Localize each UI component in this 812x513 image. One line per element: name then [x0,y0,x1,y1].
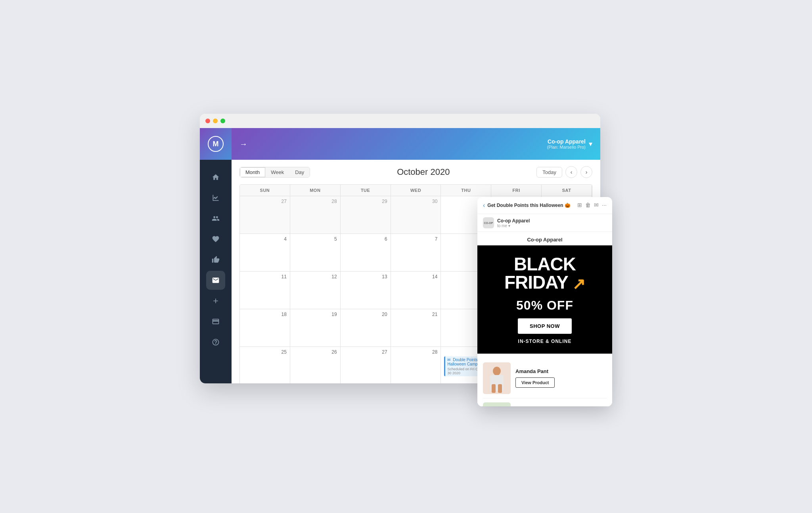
sidebar-item-help[interactable] [206,333,225,352]
traffic-light-close[interactable] [205,119,210,123]
calendar-title: October 2020 [397,167,450,177]
day-number: 14 [394,274,438,279]
email-body: Co-op Apparel BLACK FRIDAY ↗ 50% OFF SHO… [477,232,612,406]
calendar-cell[interactable]: 27 [240,196,290,234]
calendar-cell[interactable]: 4 [240,234,290,272]
calendar-cell[interactable]: 28 [290,196,341,234]
sidebar-item-analytics[interactable] [206,188,225,207]
sidebar-item-campaigns[interactable] [206,250,225,269]
sidebar-item-loyalty[interactable] [206,230,225,249]
email-back-button[interactable]: ‹ [483,202,485,209]
day-number: 5 [293,236,337,242]
svg-rect-3 [492,384,496,393]
calendar-cell[interactable]: 12 [290,272,341,309]
expand-icon[interactable]: ⊞ [577,202,582,208]
next-month-button[interactable]: › [580,166,592,178]
browser-titlebar [200,114,600,128]
day-number: 30 [394,199,438,204]
thumb-up-icon [212,256,220,264]
calendar-cell[interactable]: 19 [290,309,341,347]
day-number: 4 [243,236,287,242]
day-header-fri: FRI [491,185,542,196]
calendar-cell[interactable]: 20 [341,309,391,347]
calendar-cell[interactable]: 21 [391,309,441,347]
account-selector[interactable]: Co-op Apparel (Plan: Marsello Pro) ▾ [547,138,592,149]
product-image-1 [483,362,511,394]
chart-icon [212,194,220,202]
calendar-cell[interactable]: 5 [290,234,341,272]
calendar-cell[interactable]: 6 [341,234,391,272]
sidebar: M [200,128,232,383]
day-number: 26 [293,349,337,355]
plus-icon [212,297,220,305]
calendar-cell[interactable]: 14 [391,272,441,309]
calendar-cell[interactable]: 30 [391,196,441,234]
view-buttons: Month Week Day [239,167,310,178]
account-name: Co-op Apparel [547,138,586,145]
day-header-mon: MON [290,185,341,196]
account-plan: (Plan: Marsello Pro) [547,145,586,149]
prev-month-button[interactable]: ‹ [565,166,577,178]
sidebar-item-contacts[interactable] [206,209,225,228]
view-product-button-1[interactable]: View Product [515,377,555,388]
heart-icon [212,235,220,243]
header-arrow[interactable]: → [239,140,247,149]
sidebar-item-email[interactable] [206,271,225,290]
view-btn-month[interactable]: Month [240,167,265,177]
product-figure-1 [483,362,511,394]
home-icon [212,173,220,181]
sidebar-item-billing[interactable] [206,312,225,331]
sidebar-item-add[interactable] [206,291,225,310]
email-subject-row: ‹ Get Double Points this Halloween 🎃 [483,202,577,209]
day-number: 6 [344,236,387,242]
reply-icon[interactable]: ✉ [594,202,599,208]
sidebar-logo[interactable]: M [200,128,232,160]
day-header-sat: SAT [542,185,592,196]
delete-icon[interactable]: 🗑 [585,202,591,208]
day-number: 20 [344,312,387,317]
svg-rect-4 [498,384,502,393]
traffic-light-minimize[interactable] [213,119,218,123]
bf-discount: 50% OFF [485,298,604,313]
day-header-sun: SUN [240,185,290,196]
day-number: 13 [344,274,387,279]
product-section: Amanda Pant View Product [477,354,612,406]
day-number: 18 [243,312,287,317]
instore-label: IN-STORE & ONLINE [485,339,604,344]
sidebar-item-home[interactable] [206,168,225,187]
sender-info: Co-op Apparel to me ▾ [497,218,530,228]
email-subject: Get Double Points this Halloween 🎃 [487,203,571,208]
today-button[interactable]: Today [536,167,562,178]
bf-title: BLACK FRIDAY ↗ [485,255,604,292]
email-icon [212,276,220,284]
calendar-cell[interactable]: 11 [240,272,290,309]
day-number: 11 [243,274,287,279]
calendar-cell[interactable]: 29 [341,196,391,234]
email-preview-panel: ‹ Get Double Points this Halloween 🎃 ⊞ 🗑… [477,197,612,406]
svg-point-1 [493,367,501,375]
email-actions: ⊞ 🗑 ✉ ··· [577,202,607,208]
day-header-tue: TUE [341,185,391,196]
app-header: → Co-op Apparel (Plan: Marsello Pro) ▾ [232,128,600,160]
more-options-icon[interactable]: ··· [602,202,607,208]
people-icon [212,214,220,222]
sender-initials: CO-OP [484,222,493,224]
calendar-cell[interactable]: 26 [290,347,341,383]
calendar-cell[interactable]: 27 [341,347,391,383]
calendar-cell[interactable]: 25 [240,347,290,383]
calendar-cell[interactable]: 13 [341,272,391,309]
email-brand-name: Co-op Apparel [477,232,612,245]
sender-to: to me ▾ [497,224,530,228]
sender-name: Co-op Apparel [497,218,530,224]
calendar-cell[interactable]: 7 [391,234,441,272]
view-btn-day[interactable]: Day [289,167,310,177]
shop-now-button[interactable]: SHOP NOW [518,318,572,334]
product-item-2: Bianca Jumpsuit View Product [483,398,607,406]
calendar-cell[interactable]: 18 [240,309,290,347]
calendar-cell[interactable]: 28 [391,347,441,383]
sender-avatar: CO-OP [483,217,494,228]
traffic-light-fullscreen[interactable] [220,119,225,123]
email-header: ‹ Get Double Points this Halloween 🎃 ⊞ 🗑… [477,197,612,214]
email-from-row: CO-OP Co-op Apparel to me ▾ [477,214,612,232]
view-btn-week[interactable]: Week [265,167,289,177]
